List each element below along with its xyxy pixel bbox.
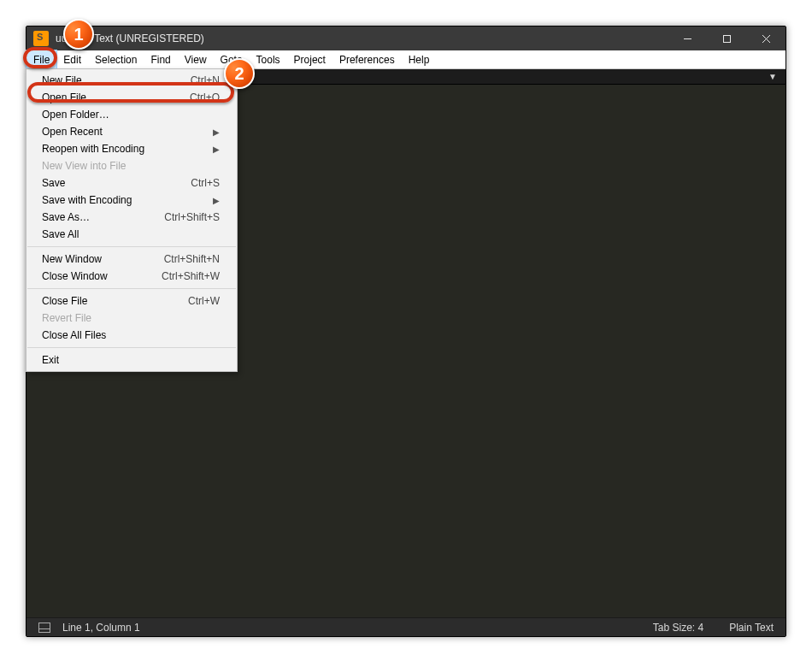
- menu-item[interactable]: Save All: [26, 226, 237, 243]
- menu-item[interactable]: SaveCtrl+S: [26, 174, 237, 192]
- menubar: File Edit Selection Find View Goto Tools…: [26, 50, 786, 69]
- menu-item-shortcut: Ctrl+W: [188, 295, 220, 307]
- menu-item-label: New Window: [42, 253, 164, 265]
- menu-item-shortcut: Ctrl+Shift+W: [162, 270, 220, 282]
- menu-separator: [27, 288, 236, 289]
- menu-project[interactable]: Project: [287, 50, 332, 69]
- menu-item-label: Open File…: [42, 91, 190, 103]
- annotation-badge-2: 2: [224, 58, 255, 89]
- menu-item[interactable]: Open Recent▶: [26, 123, 237, 140]
- menu-tools[interactable]: Tools: [250, 50, 287, 69]
- menu-file[interactable]: File: [26, 50, 56, 69]
- menu-item-label: Close All Files: [42, 329, 220, 341]
- menu-item-shortcut: Ctrl+S: [191, 177, 220, 189]
- menu-item-label: Revert File: [42, 312, 220, 324]
- menu-item-label: Close File: [42, 295, 188, 307]
- menu-item-label: Save: [42, 177, 191, 189]
- console-icon[interactable]: [38, 623, 50, 633]
- menu-preferences[interactable]: Preferences: [332, 50, 402, 69]
- menu-item-shortcut: Ctrl+Shift+S: [164, 211, 220, 223]
- menu-item[interactable]: New WindowCtrl+Shift+N: [26, 251, 237, 268]
- menu-item-shortcut: Ctrl+N: [191, 74, 220, 86]
- maximize-button[interactable]: [707, 27, 746, 50]
- menu-item[interactable]: Save As…Ctrl+Shift+S: [26, 209, 237, 226]
- menu-selection[interactable]: Selection: [88, 50, 144, 69]
- menu-item-label: Open Recent: [42, 126, 208, 138]
- menu-item[interactable]: Close FileCtrl+W: [26, 292, 237, 310]
- tab-overflow-icon[interactable]: ▼: [768, 72, 777, 81]
- close-button[interactable]: [746, 27, 786, 50]
- window-title: uublime Text (UNREGISTERED): [54, 32, 668, 44]
- chevron-right-icon: ▶: [213, 145, 220, 154]
- menu-item[interactable]: Close All Files: [26, 327, 237, 344]
- chevron-right-icon: ▶: [213, 196, 220, 205]
- menu-view[interactable]: View: [178, 50, 214, 69]
- menu-item-shortcut: Ctrl+O: [190, 91, 220, 103]
- menu-separator: [27, 347, 236, 348]
- menu-item-label: Save As…: [42, 211, 164, 223]
- menu-item[interactable]: Close WindowCtrl+Shift+W: [26, 268, 237, 285]
- menu-separator: [27, 246, 236, 247]
- minimize-button[interactable]: [668, 27, 707, 50]
- menu-find[interactable]: Find: [144, 50, 177, 69]
- menu-item[interactable]: Open Folder…: [26, 106, 237, 123]
- menu-item[interactable]: Open File…Ctrl+O: [26, 89, 237, 106]
- menu-item-label: New View into File: [42, 160, 220, 172]
- status-tabsize[interactable]: Tab Size: 4: [653, 622, 703, 634]
- annotation-badge-1: 1: [63, 19, 94, 50]
- menu-item[interactable]: Exit: [26, 351, 237, 369]
- menu-item-shortcut: Ctrl+Shift+N: [164, 253, 220, 265]
- menu-item-label: Exit: [42, 354, 220, 366]
- menu-item-label: New File: [42, 74, 191, 86]
- menu-item: New View into File: [26, 157, 237, 174]
- status-position[interactable]: Line 1, Column 1: [62, 622, 140, 634]
- menu-item-label: Reopen with Encoding: [42, 143, 208, 155]
- menu-item: Revert File: [26, 310, 237, 327]
- statusbar: Line 1, Column 1 Tab Size: 4 Plain Text: [26, 617, 786, 636]
- menu-item-label: Open Folder…: [42, 109, 220, 121]
- menu-item-label: Save with Encoding: [42, 194, 208, 206]
- menu-item-label: Save All: [42, 228, 220, 240]
- chevron-right-icon: ▶: [213, 127, 220, 137]
- menu-edit[interactable]: Edit: [56, 50, 88, 69]
- menu-item[interactable]: Reopen with Encoding▶: [26, 140, 237, 157]
- file-menu-dropdown: New FileCtrl+NOpen File…Ctrl+OOpen Folde…: [26, 68, 238, 372]
- app-icon: [33, 31, 49, 46]
- status-syntax[interactable]: Plain Text: [729, 622, 774, 634]
- titlebar: uublime Text (UNREGISTERED): [26, 27, 786, 50]
- menu-help[interactable]: Help: [402, 50, 437, 69]
- svg-rect-1: [723, 35, 730, 42]
- menu-item[interactable]: Save with Encoding▶: [26, 192, 237, 209]
- menu-item-label: Close Window: [42, 270, 162, 282]
- menu-item[interactable]: New FileCtrl+N: [26, 72, 237, 89]
